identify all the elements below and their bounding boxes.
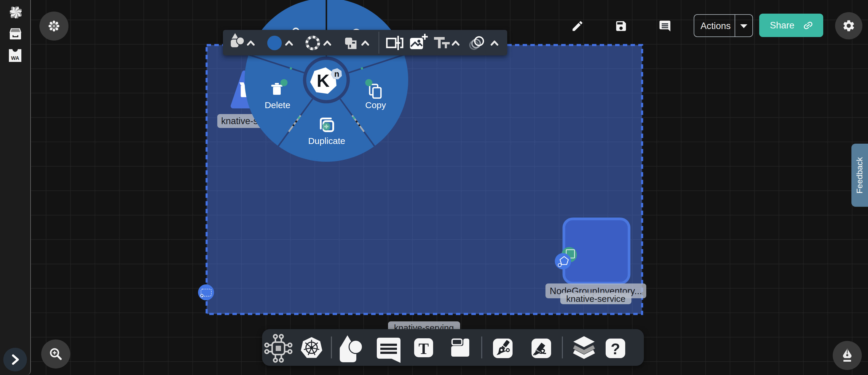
svg-text:Copy: Copy <box>365 100 386 110</box>
svg-text:WA: WA <box>11 56 19 61</box>
svg-text:Delete: Delete <box>265 100 290 110</box>
svg-text:knative-service: knative-service <box>566 294 625 304</box>
svg-text:?: ? <box>611 340 620 357</box>
svg-text:T: T <box>418 340 429 357</box>
svg-text:K: K <box>317 71 329 91</box>
svg-text:n: n <box>334 69 339 78</box>
svg-text:Duplicate: Duplicate <box>308 136 345 146</box>
